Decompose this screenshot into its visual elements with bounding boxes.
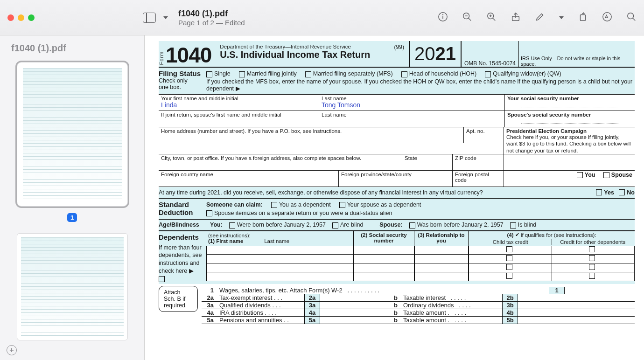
checkbox-itemize[interactable] xyxy=(206,210,212,216)
cell-spouse-last[interactable]: Last name xyxy=(319,111,505,127)
deps-col1-label: (1) First name xyxy=(208,238,243,244)
apt-label: Apt. no. xyxy=(466,128,501,134)
checkbox-dep-other[interactable] xyxy=(589,273,595,279)
svg-rect-11 xyxy=(581,14,586,21)
cell-state[interactable]: State xyxy=(402,154,453,170)
sidebar-menu-chevron-icon[interactable] xyxy=(163,16,168,19)
sidebar-toggle-button[interactable] xyxy=(143,13,156,23)
thumbnail-page-2[interactable] xyxy=(17,233,128,340)
fullscreen-window-button[interactable] xyxy=(28,14,35,21)
itemize-label: Spouse itemizes on a separate return or … xyxy=(214,210,392,216)
dep-name-cell[interactable] xyxy=(206,263,354,272)
filing-status-note: If you checked the MFS box, enter the na… xyxy=(206,78,635,92)
document-viewport[interactable]: Form 1040 Department of the Treasury—Int… xyxy=(145,35,644,360)
line-amount-a[interactable] xyxy=(320,294,390,301)
dep-ssn-cell[interactable] xyxy=(354,263,414,272)
checkbox-virtual-no[interactable] xyxy=(619,189,625,195)
dep-name-cell[interactable] xyxy=(206,255,354,263)
form-title: U.S. Individual Income Tax Return xyxy=(220,49,391,60)
dep-ssn-cell[interactable] xyxy=(354,246,414,255)
cell-spouse-first[interactable]: If joint return, spouse's first name and… xyxy=(159,111,319,127)
checkbox-qw[interactable] xyxy=(485,71,491,77)
zoom-in-button[interactable] xyxy=(486,12,497,24)
dep-rel-cell[interactable] xyxy=(414,263,469,272)
checkbox-mfs[interactable] xyxy=(305,71,311,77)
markup-menu-chevron-icon[interactable] xyxy=(559,16,564,19)
line-amount-b[interactable] xyxy=(518,309,588,316)
document-subtitle: Page 1 of 2 — Edited xyxy=(178,19,245,27)
cell-zip[interactable]: ZIP code xyxy=(453,154,504,170)
line-box-b: 3b xyxy=(502,302,518,309)
cell-home-address[interactable]: Home address (number and street). If you… xyxy=(159,127,464,143)
checkbox-hoh[interactable] xyxy=(401,71,407,77)
window-controls xyxy=(7,14,35,21)
search-button[interactable] xyxy=(626,12,637,24)
share-button[interactable] xyxy=(511,12,521,24)
dep-name-cell[interactable] xyxy=(206,272,354,281)
thumbnail-page-1[interactable] xyxy=(17,62,128,207)
cell-your-ssn[interactable]: Your social security number xyxy=(505,95,635,111)
line-amount-b[interactable] xyxy=(518,294,588,301)
markup-button[interactable] xyxy=(535,12,545,24)
checkbox-dep-other[interactable] xyxy=(589,255,595,261)
cell-spouse-ssn[interactable]: Spouse's social security number xyxy=(505,111,635,127)
checkbox-dep-ctc[interactable] xyxy=(506,264,512,270)
dep-rel-cell[interactable] xyxy=(414,255,469,263)
opt-mfj: Married filing jointly xyxy=(247,70,297,77)
highlight-button[interactable] xyxy=(602,12,612,24)
checkbox-dep-ctc[interactable] xyxy=(506,255,512,261)
document-title: f1040 (1).pdf xyxy=(178,9,245,19)
line-amount[interactable] xyxy=(565,287,635,294)
line-amount-b[interactable] xyxy=(518,317,588,324)
checkbox-spouse-born[interactable] xyxy=(409,222,415,228)
line-amount-a[interactable] xyxy=(320,317,390,324)
line-b-label: b xyxy=(390,309,401,316)
rotate-button[interactable] xyxy=(578,12,588,24)
minimize-window-button[interactable] xyxy=(18,14,24,21)
checkbox-you-dependent[interactable] xyxy=(271,202,277,208)
dep-rel-cell[interactable] xyxy=(414,246,469,255)
checkbox-more-dependents[interactable] xyxy=(159,276,165,282)
dep-ssn-cell[interactable] xyxy=(354,255,414,263)
line-amount-b[interactable] xyxy=(518,302,588,309)
cell-foreign-province[interactable]: Foreign province/state/county xyxy=(339,171,453,187)
last-name-label: Last name xyxy=(322,96,502,101)
cell-last-name[interactable]: Last name Tong Tomson xyxy=(319,95,505,111)
dep-name-cell[interactable] xyxy=(206,246,354,255)
checkbox-dep-other[interactable] xyxy=(589,264,595,270)
campaign-text: Check here if you, or your spouse if fil… xyxy=(506,134,632,154)
info-button[interactable] xyxy=(438,12,448,24)
cell-apt[interactable]: Apt. no. xyxy=(464,127,504,154)
checkbox-spouse-blind[interactable] xyxy=(510,222,516,228)
zoom-out-button[interactable] xyxy=(462,12,472,24)
checkbox-mfj[interactable] xyxy=(239,71,245,77)
cell-foreign-postal[interactable]: Foreign postal code xyxy=(453,171,504,187)
checkbox-single[interactable] xyxy=(206,71,212,77)
checkbox-dep-other[interactable] xyxy=(589,246,595,252)
state-label: State xyxy=(405,155,450,161)
line-amount-a[interactable] xyxy=(320,309,390,316)
checkbox-dep-ctc[interactable] xyxy=(506,273,512,279)
cell-first-name[interactable]: Your first name and middle initial Linda xyxy=(159,95,319,111)
line-amount-a[interactable] xyxy=(320,302,390,309)
checkbox-dep-ctc[interactable] xyxy=(506,246,512,252)
dep-rel-cell[interactable] xyxy=(414,272,469,281)
checkbox-you-born[interactable] xyxy=(229,222,235,228)
close-window-button[interactable] xyxy=(7,14,14,21)
ssn-label: Your social security number xyxy=(507,96,632,101)
you-blind-label: Are blind xyxy=(340,222,363,228)
dep-ssn-cell[interactable] xyxy=(354,272,414,281)
line-box-b: 2b xyxy=(502,294,518,301)
checkbox-virtual-yes[interactable] xyxy=(596,189,602,195)
thumbnails-sidebar: f1040 (1).pdf 1 + xyxy=(0,35,145,360)
checkbox-spouse-dependent[interactable] xyxy=(339,202,345,208)
cell-city[interactable]: City, town, or post office. If you have … xyxy=(159,154,402,170)
checkbox-campaign-spouse[interactable] xyxy=(603,172,609,178)
cell-foreign-country[interactable]: Foreign country name xyxy=(159,171,339,187)
svg-line-7 xyxy=(493,18,496,21)
checkbox-you-blind[interactable] xyxy=(332,222,338,228)
campaign-spouse-label: Spouse xyxy=(611,172,632,178)
line-no: 2a xyxy=(202,294,217,301)
add-page-button[interactable]: + xyxy=(7,345,17,355)
checkbox-campaign-you[interactable] xyxy=(577,172,583,178)
